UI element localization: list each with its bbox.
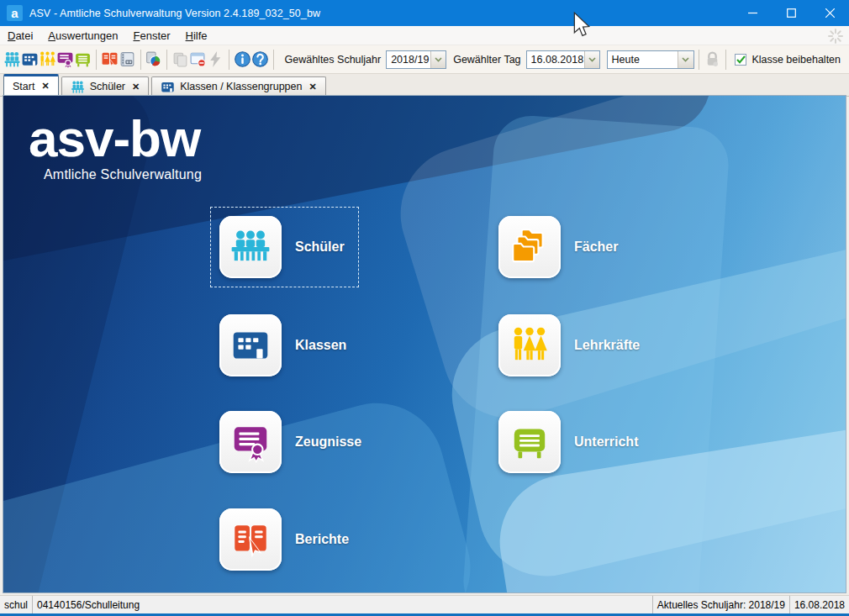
tab-schueler[interactable]: Schüler ✕ — [61, 76, 150, 96]
toolbar-info-button[interactable] — [234, 48, 251, 71]
toolbar-lehrkraefte-button[interactable] — [39, 48, 56, 71]
tile-label: Fächer — [574, 240, 618, 255]
berichte-icon — [229, 518, 272, 561]
maximize-icon — [787, 8, 796, 18]
lock-icon — [704, 50, 721, 68]
toolbar-schueler-button[interactable] — [3, 48, 21, 71]
tab-close-icon[interactable]: ✕ — [41, 81, 49, 92]
period-dropdown-button[interactable] — [678, 51, 693, 68]
status-bar: schul 04140156/Schulleitung Aktuelles Sc… — [0, 595, 849, 613]
tab-klassen-klassengruppen[interactable]: Klassen / Klassengruppen ✕ — [151, 76, 325, 96]
menu-hilfe[interactable]: Hilfe — [178, 27, 215, 45]
tab-bar: Start ✕ Schüler ✕ Klassen / Klassengrupp… — [0, 74, 849, 97]
tile-lehrkraefte[interactable]: Lehrkräfte — [498, 314, 640, 376]
app-window: a ASV - Amtliche Schulverwaltung Version… — [0, 0, 849, 616]
window-title: ASV - Amtliche Schulverwaltung Version 2… — [29, 8, 320, 19]
window-controls — [733, 0, 849, 26]
toolbar-lock-button[interactable] — [704, 48, 721, 71]
toolbar: Gewähltes Schuljahr 2018/19 Gewählter Ta… — [0, 45, 849, 74]
lehrkraefte-icon — [39, 50, 56, 68]
tile-unterricht[interactable]: Unterricht — [498, 411, 638, 473]
menu-auswertungen[interactable]: Auswertungen — [40, 27, 125, 45]
notebook-icon — [119, 50, 136, 68]
tile-label: Berichte — [295, 532, 349, 547]
unterricht-icon — [508, 420, 551, 464]
tile-box — [219, 314, 282, 376]
check-icon — [736, 55, 746, 64]
toolbar-hilfe-button[interactable] — [251, 48, 269, 71]
tile-faecher[interactable]: Fächer — [498, 216, 618, 278]
lehrkraefte-icon — [508, 324, 551, 367]
chevron-down-icon — [588, 57, 596, 62]
toolbar-separator — [725, 50, 726, 70]
tile-klassen[interactable]: Klassen — [219, 314, 346, 376]
tab-close-icon[interactable]: ✕ — [308, 82, 316, 92]
status-schuljahr: Aktuelles Schuljahr: 2018/19 — [653, 596, 790, 613]
period-select[interactable]: Heute — [607, 50, 694, 69]
title-bar: a ASV - Amtliche Schulverwaltung Version… — [0, 0, 849, 26]
tile-berichte[interactable]: Berichte — [219, 508, 349, 571]
klasse-beibehalten-checkbox[interactable]: Klasse beibehalten — [730, 52, 846, 67]
logo-subtitle: Amtliche Schulverwaltung — [44, 167, 202, 182]
tab-start[interactable]: Start ✕ — [3, 74, 59, 96]
schuljahr-label: Gewähltes Schuljahr — [285, 54, 382, 66]
toolbar-statistik-button[interactable] — [145, 48, 162, 71]
info-icon — [234, 50, 251, 68]
close-button[interactable] — [810, 0, 849, 26]
chevron-down-icon — [435, 57, 442, 62]
statistics-icon — [145, 50, 162, 68]
schuljahr-dropdown-button[interactable] — [430, 51, 446, 68]
toolbar-dokumente-button[interactable] — [119, 48, 136, 71]
schuljahr-select[interactable]: 2018/19 — [386, 50, 446, 69]
toolbar-berichte-button[interactable] — [101, 48, 119, 71]
toolbar-copy-button[interactable] — [171, 48, 189, 71]
tile-box — [219, 508, 282, 571]
help-icon — [251, 50, 269, 68]
menu-datei[interactable]: Datei — [0, 27, 40, 45]
tile-box — [219, 411, 282, 473]
tile-box — [498, 314, 561, 376]
minimize-icon — [748, 8, 757, 18]
tag-select[interactable]: 16.08.2018 — [526, 50, 600, 69]
tile-klassen[interactable] — [219, 216, 282, 278]
toolbar-separator — [166, 50, 167, 70]
zeugnisse-icon — [56, 50, 74, 68]
toolbar-separator — [273, 50, 274, 70]
checkbox-box[interactable] — [735, 54, 746, 66]
faecher-icon — [508, 225, 551, 269]
window-minus-icon — [189, 50, 207, 68]
start-page: asv-bw Amtliche Schulverwaltung Schüler … — [3, 95, 846, 593]
toolbar-aktion-button[interactable] — [207, 48, 224, 71]
maximize-button[interactable] — [772, 0, 810, 26]
minimize-button[interactable] — [733, 0, 772, 26]
status-user: schul — [0, 596, 33, 613]
klassen-icon — [21, 50, 39, 68]
toolbar-zeugnisse-button[interactable] — [56, 48, 74, 71]
status-school: 04140156/Schulleitung — [33, 596, 653, 613]
asv-logo: asv-bw Amtliche Schulverwaltung — [29, 111, 202, 182]
toolbar-unterricht-button[interactable] — [74, 48, 92, 71]
chevron-down-icon — [682, 57, 689, 62]
menu-fenster[interactable]: Fenster — [125, 27, 177, 45]
tag-label: Gewählter Tag — [453, 54, 520, 66]
status-date: 16.08.2018 — [790, 596, 849, 613]
toolbar-separator — [699, 50, 699, 70]
checkbox-label: Klasse beibehalten — [751, 54, 841, 66]
copy-icon — [171, 50, 189, 68]
toolbar-separator — [96, 50, 97, 70]
toolbar-separator — [140, 50, 141, 70]
toolbar-separator — [229, 50, 229, 70]
schueler-icon — [71, 80, 85, 94]
tag-dropdown-button[interactable] — [584, 51, 599, 68]
tile-zeugnisse[interactable]: Zeugnisse — [219, 411, 361, 473]
toolbar-close-window-button[interactable] — [189, 48, 207, 71]
tile-label: Schüler — [295, 240, 345, 255]
busy-spinner-icon — [827, 28, 844, 45]
tab-label: Schüler — [90, 81, 125, 92]
tab-close-icon[interactable]: ✕ — [132, 82, 140, 92]
tile-label: Lehrkräfte — [574, 338, 640, 353]
logo-title: asv-bw — [29, 111, 202, 166]
toolbar-klassen-button[interactable] — [21, 48, 39, 71]
tab-label: Klassen / Klassengruppen — [180, 81, 302, 92]
klassen-icon — [161, 80, 175, 94]
